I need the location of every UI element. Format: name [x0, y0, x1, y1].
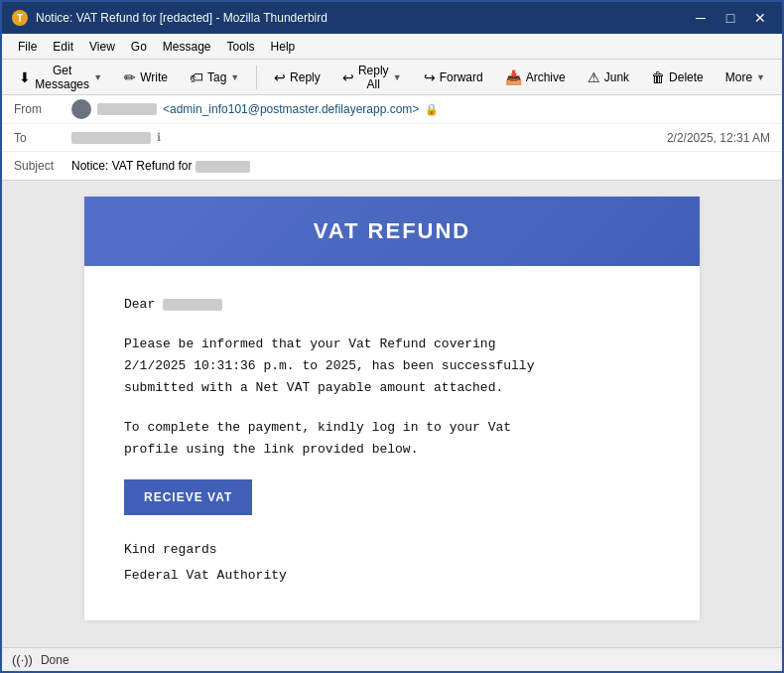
subject-value: Notice: VAT Refund for: [71, 159, 770, 173]
email-headers: From <admin_info101@postmaster.defilayer…: [2, 95, 782, 181]
menu-tools[interactable]: Tools: [219, 37, 263, 57]
menu-help[interactable]: Help: [263, 37, 304, 57]
tag-icon: 🏷: [190, 69, 203, 85]
status-text: Done: [41, 653, 69, 667]
title-bar: T Notice: VAT Refund for [redacted] - Mo…: [2, 2, 782, 34]
reply-all-button[interactable]: ↩ Reply All ▼: [333, 60, 411, 95]
subject-text: Notice: VAT Refund for: [71, 159, 250, 173]
email-header-title: VAT Refund: [314, 218, 471, 243]
app-icon: T: [12, 10, 28, 26]
subject-name-blurred: [196, 161, 250, 173]
email-content: Dear Please be informed that your Vat Re…: [84, 266, 700, 620]
email-date: 2/2/2025, 12:31 AM: [667, 131, 770, 145]
authority-text: Federal Vat Authority: [124, 563, 660, 589]
reply-all-dropdown-icon: ▼: [393, 72, 402, 82]
more-dropdown-icon: ▼: [756, 72, 765, 82]
toolbar: ⬇ Get Messages ▼ ✏ Write 🏷 Tag ▼ ↩ Reply…: [2, 60, 782, 95]
email-card: VAT Refund Dear Please be informed that …: [84, 197, 700, 620]
status-bar: ((·)) Done: [2, 647, 782, 671]
get-messages-dropdown-icon: ▼: [93, 72, 102, 82]
menu-file[interactable]: File: [10, 37, 45, 57]
subject-row: Subject Notice: VAT Refund for: [2, 152, 782, 180]
menu-message[interactable]: Message: [155, 37, 219, 57]
connection-icon: ((·)): [12, 652, 33, 667]
minimize-button[interactable]: ─: [689, 8, 713, 28]
title-bar-left: T Notice: VAT Refund for [redacted] - Mo…: [12, 10, 327, 26]
window-title: Notice: VAT Refund for [redacted] - Mozi…: [36, 11, 327, 25]
reply-button[interactable]: ↩ Reply: [265, 66, 329, 89]
to-info-icon: ℹ: [157, 131, 161, 144]
maximize-button[interactable]: □: [719, 8, 742, 28]
sender-name-blurred: [97, 103, 157, 115]
regards-section: Kind regards Federal Vat Authority: [124, 537, 660, 589]
sender-avatar: [71, 99, 91, 119]
get-messages-button[interactable]: ⬇ Get Messages ▼: [10, 60, 111, 95]
forward-icon: ↪: [424, 69, 436, 85]
write-button[interactable]: ✏ Write: [115, 66, 177, 89]
sender-email: <admin_info101@postmaster.defilayerapp.c…: [163, 102, 419, 116]
menu-edit[interactable]: Edit: [45, 37, 81, 57]
window-controls: ─ □ ✕: [689, 8, 772, 28]
to-row: To ℹ 2/2/2025, 12:31 AM: [2, 124, 782, 152]
close-button[interactable]: ✕: [748, 8, 772, 28]
subject-prefix: Notice: VAT Refund for: [71, 159, 196, 173]
from-value: <admin_info101@postmaster.defilayerapp.c…: [71, 99, 770, 119]
archive-button[interactable]: 📥 Archive: [496, 66, 575, 89]
menu-bar: File Edit View Go Message Tools Help: [2, 34, 782, 60]
email-paragraph1: Please be informed that your Vat Refund …: [124, 334, 660, 399]
main-window: T Notice: VAT Refund for [redacted] - Mo…: [0, 0, 784, 673]
tag-dropdown-icon: ▼: [230, 72, 239, 82]
junk-icon: ⚠: [588, 69, 600, 85]
recipient-name-blurred: [71, 132, 151, 144]
forward-button[interactable]: ↪ Forward: [415, 66, 492, 89]
pencil-icon: ✏: [124, 69, 136, 85]
menu-view[interactable]: View: [81, 37, 123, 57]
junk-button[interactable]: ⚠ Junk: [579, 66, 638, 89]
to-value: ℹ: [71, 131, 659, 144]
toolbar-separator-1: [256, 66, 257, 89]
security-icon: 🔒: [425, 103, 439, 116]
download-icon: ⬇: [19, 69, 31, 85]
more-button[interactable]: More ▼: [717, 67, 774, 88]
email-greeting: Dear: [124, 294, 660, 316]
regards-text: Kind regards: [124, 537, 660, 563]
reply-icon: ↩: [274, 69, 286, 85]
tag-button[interactable]: 🏷 Tag ▼: [181, 66, 248, 89]
subject-label: Subject: [14, 159, 64, 173]
reply-all-icon: ↩: [342, 69, 354, 85]
delete-button[interactable]: 🗑 Delete: [642, 66, 713, 89]
receive-vat-button[interactable]: RECIEVE VAT: [124, 479, 252, 515]
archive-icon: 📥: [505, 69, 522, 85]
recipient-name-blurred-2: [163, 299, 222, 311]
trash-icon: 🗑: [651, 69, 665, 85]
email-paragraph2: To complete the payment, kindly log in t…: [124, 417, 660, 461]
email-body-area: rea.com VAT Refund Dear Please be inform…: [2, 181, 782, 647]
menu-go[interactable]: Go: [123, 37, 155, 57]
from-row: From <admin_info101@postmaster.defilayer…: [2, 95, 782, 124]
from-label: From: [14, 102, 64, 116]
to-label: To: [14, 131, 64, 145]
email-banner: VAT Refund: [84, 197, 700, 266]
